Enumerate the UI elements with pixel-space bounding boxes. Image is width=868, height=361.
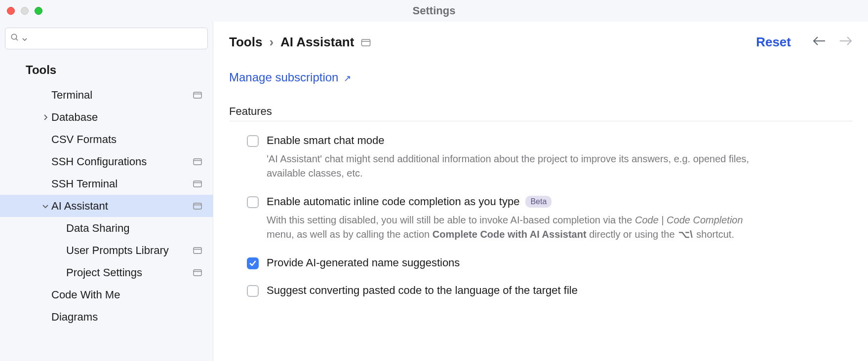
sidebar-item-label: Diagrams bbox=[51, 311, 206, 324]
minimize-window-button[interactable] bbox=[21, 7, 29, 15]
keyboard-shortcut: ⌥\ bbox=[677, 227, 694, 242]
action-name: Complete Code with AI Assistant bbox=[433, 229, 587, 240]
sidebar-item-label: Data Sharing bbox=[66, 222, 206, 235]
svg-rect-2 bbox=[194, 92, 201, 98]
breadcrumb-separator: › bbox=[269, 35, 274, 50]
sidebar-item-ai-assistant[interactable]: AI Assistant bbox=[0, 195, 213, 217]
option-convert-pasted: Suggest converting pasted code to the la… bbox=[229, 284, 852, 297]
settings-tree: Tools Terminal Database CSV Fo bbox=[0, 53, 213, 328]
project-scope-icon bbox=[193, 266, 202, 279]
menu-path: Code | Code Completion bbox=[635, 215, 743, 225]
option-title-text: Enable automatic inline code completion … bbox=[267, 195, 519, 208]
sidebar-item-label: Code With Me bbox=[51, 289, 206, 301]
option-inline-completion: Enable automatic inline code completion … bbox=[229, 195, 852, 242]
svg-rect-8 bbox=[194, 203, 201, 209]
search-icon bbox=[10, 33, 19, 44]
svg-rect-4 bbox=[194, 159, 201, 165]
link-label: Manage subscription bbox=[229, 71, 338, 84]
project-scope-icon bbox=[193, 200, 202, 213]
sidebar-item-label: Project Settings bbox=[66, 266, 193, 279]
sidebar-item-label: Database bbox=[51, 111, 206, 124]
svg-rect-12 bbox=[194, 270, 201, 276]
maximize-window-button[interactable] bbox=[35, 7, 42, 15]
sidebar-item-ssh-terminal[interactable]: SSH Terminal bbox=[0, 173, 213, 195]
sidebar-item-csv-formats[interactable]: CSV Formats bbox=[0, 128, 213, 150]
chevron-right-icon bbox=[39, 114, 51, 120]
svg-rect-14 bbox=[362, 39, 370, 46]
desc-part: With this setting disabled, you will sti… bbox=[267, 215, 635, 225]
checkbox-smart-chat[interactable] bbox=[247, 135, 259, 147]
chevron-down-icon bbox=[39, 204, 51, 209]
external-link-icon: ↗ bbox=[344, 73, 351, 83]
option-title-text: Enable smart chat mode bbox=[267, 134, 384, 147]
desc-part: directly or using the bbox=[587, 229, 678, 240]
manage-subscription-link[interactable]: Manage subscription ↗ bbox=[229, 71, 351, 84]
sidebar-item-label: AI Assistant bbox=[51, 200, 193, 213]
checkbox-name-suggestions[interactable] bbox=[247, 257, 259, 269]
beta-badge: Beta bbox=[525, 196, 552, 208]
option-description: 'AI Assistant' chat might send additiona… bbox=[267, 152, 765, 180]
option-title-text: Suggest converting pasted code to the la… bbox=[267, 284, 578, 297]
project-scope-icon bbox=[193, 244, 202, 257]
search-history-icon[interactable] bbox=[22, 33, 27, 44]
sidebar-item-diagrams[interactable]: Diagrams bbox=[0, 306, 213, 328]
desc-part: shortcut. bbox=[694, 229, 734, 240]
section-title-features: Features bbox=[229, 105, 852, 121]
sidebar-item-code-with-me[interactable]: Code With Me bbox=[0, 284, 213, 306]
desc-part: menu, as well as by calling the action bbox=[267, 229, 433, 240]
sidebar-item-label: CSV Formats bbox=[51, 133, 206, 146]
sidebar-item-label: Terminal bbox=[51, 89, 193, 102]
nav-back-button[interactable] bbox=[813, 36, 826, 48]
project-scope-icon bbox=[193, 178, 202, 190]
breadcrumb: Tools › AI Assistant bbox=[229, 35, 371, 50]
titlebar: Settings bbox=[0, 0, 868, 22]
window-controls bbox=[7, 7, 42, 15]
nav-forward-button bbox=[839, 36, 852, 48]
option-description: With this setting disabled, you will sti… bbox=[267, 213, 765, 242]
project-scope-icon bbox=[193, 89, 202, 102]
sidebar-item-ssh-configurations[interactable]: SSH Configurations bbox=[0, 150, 213, 173]
svg-rect-10 bbox=[194, 248, 201, 253]
nav-arrows bbox=[813, 36, 852, 48]
option-title[interactable]: Enable smart chat mode bbox=[267, 134, 852, 147]
sidebar-item-user-prompts-library[interactable]: User Prompts Library bbox=[0, 239, 213, 261]
project-scope-icon bbox=[193, 155, 202, 168]
sidebar-item-label: User Prompts Library bbox=[66, 244, 193, 257]
option-name-suggestions: Provide AI-generated name suggestions bbox=[229, 256, 852, 269]
option-smart-chat: Enable smart chat mode 'AI Assistant' ch… bbox=[229, 134, 852, 180]
sidebar-item-database[interactable]: Database bbox=[0, 106, 213, 128]
checkbox-inline-completion[interactable] bbox=[247, 196, 259, 208]
sidebar-item-terminal[interactable]: Terminal bbox=[0, 84, 213, 106]
sidebar-item-label: SSH Terminal bbox=[51, 178, 193, 190]
search-box[interactable] bbox=[5, 28, 208, 49]
tree-section-tools[interactable]: Tools bbox=[0, 58, 213, 84]
option-title[interactable]: Provide AI-generated name suggestions bbox=[267, 256, 852, 269]
breadcrumb-leaf: AI Assistant bbox=[280, 35, 354, 50]
window-title: Settings bbox=[413, 4, 456, 17]
search-input[interactable] bbox=[30, 34, 202, 44]
svg-line-1 bbox=[16, 38, 18, 40]
sidebar-item-project-settings[interactable]: Project Settings bbox=[0, 261, 213, 284]
settings-main-panel: Tools › AI Assistant Reset bbox=[213, 22, 868, 361]
checkbox-convert-pasted[interactable] bbox=[247, 285, 259, 297]
svg-point-0 bbox=[11, 34, 17, 39]
option-title[interactable]: Enable automatic inline code completion … bbox=[267, 195, 852, 208]
sidebar-item-label: SSH Configurations bbox=[51, 155, 193, 168]
svg-rect-6 bbox=[194, 181, 201, 187]
reset-button[interactable]: Reset bbox=[756, 35, 791, 50]
option-title[interactable]: Suggest converting pasted code to the la… bbox=[267, 284, 852, 297]
breadcrumb-root[interactable]: Tools bbox=[229, 35, 262, 50]
project-scope-icon bbox=[361, 35, 371, 50]
option-title-text: Provide AI-generated name suggestions bbox=[267, 256, 460, 269]
close-window-button[interactable] bbox=[7, 7, 15, 15]
sidebar-item-data-sharing[interactable]: Data Sharing bbox=[0, 217, 213, 239]
settings-sidebar: Tools Terminal Database CSV Fo bbox=[0, 22, 213, 361]
